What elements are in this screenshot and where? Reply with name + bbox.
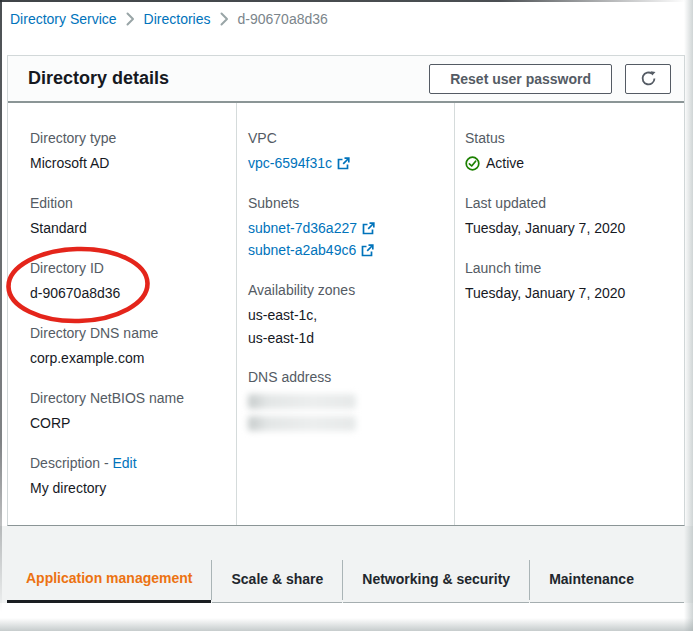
directory-details-card: Directory details Reset user password Di… [7,55,685,526]
card-body: Directory type Microsoft AD Edition Stan… [8,103,684,525]
tab-bar-filler [653,556,684,603]
field-status: Status Active [465,127,684,174]
header-actions: Reset user password [429,64,671,94]
field-label: Directory DNS name [30,322,236,344]
breadcrumb: Directory Service Directories d-90670a8d… [10,11,328,27]
tab-maintenance[interactable]: Maintenance [530,556,653,603]
tab-application-management[interactable]: Application management [7,556,211,603]
field-label: Subnets [248,192,454,214]
breadcrumb-link-directory-service[interactable]: Directory Service [10,11,117,27]
breadcrumb-link-directories[interactable]: Directories [144,11,211,27]
redacted-value-bar [248,394,356,409]
field-edition: Edition Standard [30,192,236,239]
card-header: Directory details Reset user password [8,56,684,103]
chevron-right-icon [220,12,229,26]
field-directory-netbios-name: Directory NetBIOS name CORP [30,387,236,434]
field-label: Directory ID [30,257,236,279]
field-label: Last updated [465,192,684,214]
field-value: Tuesday, January 7, 2020 [465,217,684,239]
field-availability-zones: Availability zones us-east-1c, us-east-1… [248,279,454,350]
screenshot-left-border [0,0,2,631]
field-label: Edition [30,192,236,214]
subnet-link-2[interactable]: subnet-a2ab49c6 [248,239,356,261]
refresh-icon [640,70,657,87]
field-label: Directory NetBIOS name [30,387,236,409]
tab-bar: Application management Scale & share Net… [7,556,684,603]
external-link-icon [362,222,375,235]
field-value: Microsoft AD [30,152,236,174]
dns-address-redacted-values [248,394,356,431]
redacted-value-bar [248,416,356,431]
field-value: corp.example.com [30,347,236,369]
external-link-icon [361,244,374,257]
field-label: VPC [248,127,454,149]
field-last-updated: Last updated Tuesday, January 7, 2020 [465,192,684,239]
tab-networking-and-security[interactable]: Networking & security [343,556,529,603]
field-label: Status [465,127,684,149]
field-value: Standard [30,217,236,239]
field-description: Description - Edit My directory [30,452,236,499]
description-label-text: Description - [30,455,109,471]
field-subnets: Subnets subnet-7d36a227 subnet-a2ab49c6 [248,192,454,261]
status-active-check-icon [465,156,480,171]
details-column-network: VPC vpc-6594f31c Subnets subnet-7d36a227 [236,103,454,525]
field-launch-time: Launch time Tuesday, January 7, 2020 [465,257,684,304]
subnet-link-1[interactable]: subnet-7d36a227 [248,217,357,239]
availability-zone-2: us-east-1d [248,327,454,350]
field-label: Launch time [465,257,684,279]
tab-content-area [0,603,693,631]
page-title: Directory details [28,68,169,89]
tab-scale-and-share[interactable]: Scale & share [212,556,342,603]
field-label: DNS address [248,366,454,388]
field-value: d-90670a8d36 [30,282,236,304]
field-label: Directory type [30,127,236,149]
field-label: Description - Edit [30,452,236,474]
field-value: My directory [30,477,236,499]
field-directory-id: Directory ID d-90670a8d36 [30,257,236,304]
edit-description-link[interactable]: Edit [112,455,136,471]
screenshot-top-border [0,0,693,2]
field-directory-dns-name: Directory DNS name corp.example.com [30,322,236,369]
field-dns-address: DNS address [248,366,454,431]
reset-user-password-button[interactable]: Reset user password [429,64,612,94]
details-column-status: Status Active Last updated Tuesday, Janu… [454,103,684,525]
field-value: CORP [30,412,236,434]
availability-zone-1: us-east-1c, [248,304,454,327]
vpc-link[interactable]: vpc-6594f31c [248,152,332,174]
status-badge: Active [486,152,524,174]
field-vpc: VPC vpc-6594f31c [248,127,454,174]
field-value: Tuesday, January 7, 2020 [465,282,684,304]
chevron-right-icon [126,12,135,26]
external-link-icon [337,157,350,170]
refresh-button[interactable] [625,64,671,94]
details-column-general: Directory type Microsoft AD Edition Stan… [8,103,236,525]
field-label: Availability zones [248,279,454,301]
field-directory-type: Directory type Microsoft AD [30,127,236,174]
breadcrumb-current-directory-id: d-90670a8d36 [238,11,328,27]
